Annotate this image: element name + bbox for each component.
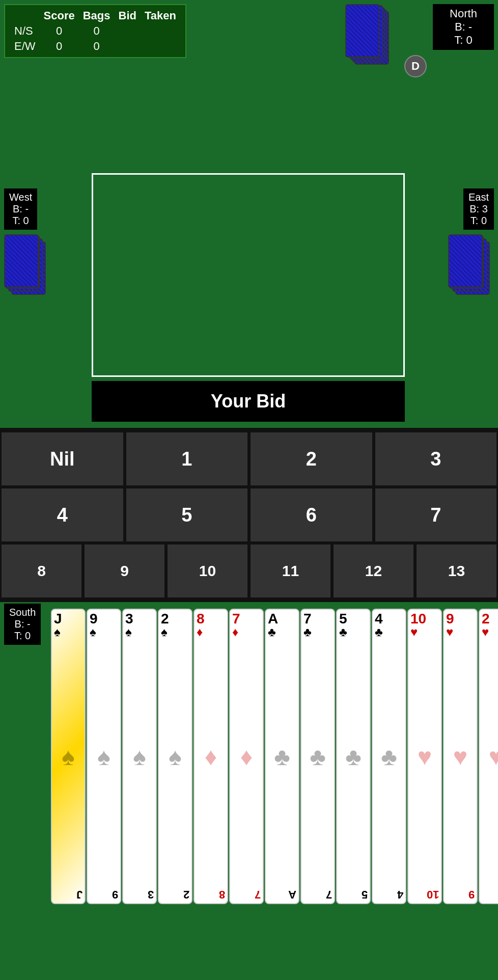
ew-taken xyxy=(141,39,180,54)
bid-13[interactable]: 13 xyxy=(415,543,498,599)
card-3[interactable]: 2♠♠2 xyxy=(158,609,192,904)
ew-score: 0 xyxy=(40,39,79,54)
bid-4[interactable]: 4 xyxy=(0,487,125,543)
bid-row-2: 4 5 6 7 xyxy=(0,487,498,543)
card-12[interactable]: 2♥♥2 xyxy=(479,609,498,904)
west-name: West xyxy=(9,192,32,203)
ew-label: E/W xyxy=(10,39,40,54)
your-bid-label: Your Bid xyxy=(92,381,405,422)
east-name: East xyxy=(468,192,489,203)
bid-9[interactable]: 9 xyxy=(83,543,166,599)
dealer-badge: D xyxy=(404,55,427,77)
south-bid: B: - xyxy=(9,618,36,630)
card-11[interactable]: 9♥♥9 xyxy=(443,609,478,904)
west-taken: T: 0 xyxy=(9,215,32,227)
card-0[interactable]: J♠♠J xyxy=(51,609,86,904)
score-header-empty xyxy=(10,8,40,23)
bid-8[interactable]: 8 xyxy=(0,543,83,599)
ns-bid xyxy=(115,23,141,39)
west-bid: B: - xyxy=(9,203,32,215)
score-header-taken: Taken xyxy=(141,8,180,23)
card-2[interactable]: 3♠♠3 xyxy=(122,609,157,904)
card-7[interactable]: 7♣♣7 xyxy=(300,609,335,904)
bid-row-3: 8 9 10 11 12 13 xyxy=(0,543,498,599)
bid-row-1: Nil 1 2 3 xyxy=(0,431,498,487)
north-taken: T: 0 xyxy=(439,34,488,47)
scoreboard: Score Bags Bid Taken N/S 0 0 E/W 0 0 xyxy=(4,4,186,58)
ew-bags: 0 xyxy=(79,39,115,54)
ns-label: N/S xyxy=(10,23,40,39)
bid-10[interactable]: 10 xyxy=(166,543,249,599)
bid-7[interactable]: 7 xyxy=(374,487,499,543)
bid-2[interactable]: 2 xyxy=(249,431,374,487)
ns-bags: 0 xyxy=(79,23,115,39)
play-area xyxy=(92,173,405,377)
north-bid: B: - xyxy=(439,20,488,34)
ns-taken xyxy=(141,23,180,39)
south-info: South B: - T: 0 xyxy=(4,604,41,645)
south-name: South xyxy=(9,607,36,618)
bid-12[interactable]: 12 xyxy=(332,543,415,599)
south-taken: T: 0 xyxy=(9,630,36,642)
score-header-bags: Bags xyxy=(79,8,115,23)
bid-area: Nil 1 2 3 4 5 6 7 8 9 10 11 12 13 xyxy=(0,428,498,602)
card-1[interactable]: 9♠♠9 xyxy=(87,609,121,904)
east-deck xyxy=(448,234,494,301)
ns-score: 0 xyxy=(40,23,79,39)
ew-bid xyxy=(115,39,141,54)
bid-nil[interactable]: Nil xyxy=(0,431,125,487)
bid-11[interactable]: 11 xyxy=(249,543,332,599)
west-info: West B: - T: 0 xyxy=(4,188,37,230)
north-name: North xyxy=(439,7,488,20)
north-info: North B: - T: 0 xyxy=(433,4,494,50)
bid-5[interactable]: 5 xyxy=(125,487,250,543)
east-taken: T: 0 xyxy=(468,215,489,227)
cards-area: J♠♠J9♠♠93♠♠32♠♠28♦♦87♦♦7A♣♣A7♣♣75♣♣54♣♣4… xyxy=(51,604,498,980)
score-header-bid: Bid xyxy=(115,8,141,23)
bid-6[interactable]: 6 xyxy=(249,487,374,543)
card-10[interactable]: 10♥♥10 xyxy=(407,609,442,904)
west-deck xyxy=(4,234,50,301)
score-header-score: Score xyxy=(40,8,79,23)
bid-1[interactable]: 1 xyxy=(125,431,250,487)
east-info: East B: 3 T: 0 xyxy=(463,188,494,230)
card-9[interactable]: 4♣♣4 xyxy=(372,609,406,904)
card-5[interactable]: 7♦♦7 xyxy=(229,609,264,904)
bid-3[interactable]: 3 xyxy=(374,431,499,487)
east-bid: B: 3 xyxy=(468,203,489,215)
card-6[interactable]: A♣♣A xyxy=(265,609,299,904)
card-8[interactable]: 5♣♣5 xyxy=(336,609,371,904)
card-4[interactable]: 8♦♦8 xyxy=(193,609,228,904)
